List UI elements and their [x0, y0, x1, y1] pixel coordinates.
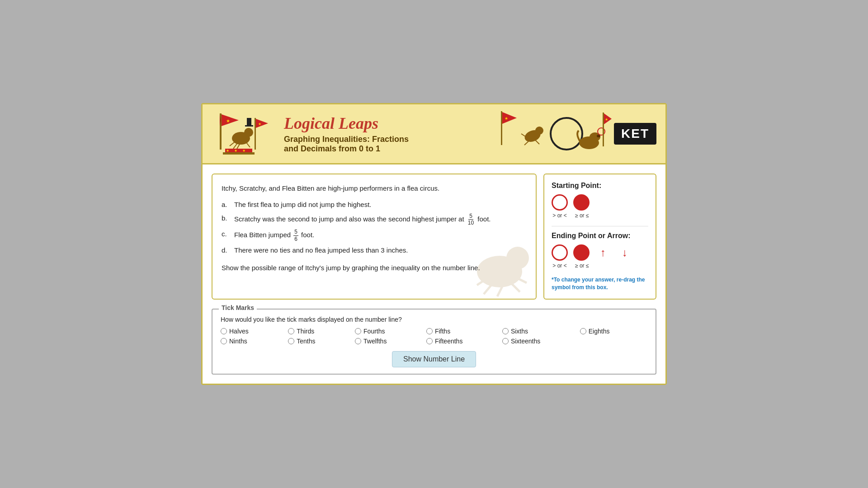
- open-circle-start[interactable]: [552, 194, 568, 211]
- svg-line-41: [509, 281, 520, 292]
- svg-rect-15: [225, 149, 252, 152]
- ending-point-symbols: ↑ ↓: [552, 244, 648, 261]
- starting-point-labels: > or < ≥ or ≤: [552, 212, 648, 219]
- svg-rect-20: [501, 111, 502, 145]
- radio-thirds[interactable]: Thirds: [288, 328, 353, 335]
- open-circle-label-end: > or <: [552, 263, 568, 269]
- instruction-text: Show the possible range of Itchy's jump …: [222, 263, 527, 273]
- fraction-5-6: 5 6: [293, 229, 298, 242]
- right-panel: Starting Point: > or < ≥ or ≤ Ending Poi…: [543, 174, 656, 300]
- svg-rect-4: [255, 118, 256, 150]
- radio-eighths[interactable]: Eighths: [580, 328, 647, 335]
- list-item: d. There were no ties and no flea jumped…: [222, 245, 527, 256]
- problem-intro: Itchy, Scratchy, and Flea Bitten are hig…: [222, 183, 527, 194]
- tick-question: How would you like the tick marks displa…: [221, 316, 647, 323]
- ending-point-labels: > or < ≥ or ≤: [552, 263, 648, 269]
- header-right-illustration: ★ ★: [496, 109, 614, 159]
- open-circle-end[interactable]: [552, 244, 568, 261]
- divider: [552, 226, 648, 226]
- starting-point-symbols: [552, 194, 648, 211]
- svg-line-27: [535, 140, 539, 144]
- app-subtitle: Graphing Inequalities: Fractions and Dec…: [284, 135, 487, 154]
- filled-circle-label-end: ≥ or ≤: [575, 263, 589, 269]
- starting-point-label: Starting Point:: [552, 182, 648, 190]
- app-title: Logical Leaps: [284, 114, 487, 133]
- radio-sixths[interactable]: Sixths: [502, 328, 578, 335]
- open-circle-label-start: > or <: [552, 212, 568, 219]
- svg-text:★: ★: [242, 149, 245, 153]
- svg-text:★: ★: [234, 149, 237, 153]
- ending-point-label: Ending Point or Arrow:: [552, 232, 648, 240]
- content-area: Itchy, Scratchy, and Flea Bitten are hig…: [203, 164, 665, 309]
- svg-text:★: ★: [505, 116, 508, 121]
- svg-rect-10: [247, 118, 251, 126]
- radio-tenths[interactable]: Tenths: [288, 338, 353, 345]
- svg-line-39: [484, 281, 495, 294]
- left-panel: Itchy, Scratchy, and Flea Bitten are hig…: [212, 174, 537, 300]
- svg-line-40: [497, 283, 504, 296]
- problem-list: a. The first flea to jump did not jump t…: [222, 199, 527, 256]
- radio-fifths[interactable]: Fifths: [426, 328, 500, 335]
- show-number-line-button[interactable]: Show Number Line: [392, 351, 476, 367]
- fraction-5-10: 5 10: [467, 213, 475, 226]
- svg-line-42: [513, 276, 527, 283]
- filled-circle-start[interactable]: [573, 194, 590, 211]
- svg-text:★: ★: [226, 149, 229, 153]
- radio-ninths[interactable]: Ninths: [221, 338, 286, 345]
- svg-point-8: [244, 128, 253, 137]
- radio-halves[interactable]: Halves: [221, 328, 286, 335]
- svg-text:★: ★: [226, 118, 230, 123]
- radio-grid: Halves Thirds Fourths Fifths Sixths: [221, 328, 647, 345]
- svg-rect-33: [603, 113, 604, 146]
- svg-text:★: ★: [605, 117, 608, 122]
- tick-marks-box: Tick Marks How would you like the tick m…: [212, 309, 656, 375]
- radio-fifteenths[interactable]: Fifteenths: [426, 338, 500, 345]
- filled-circle-label-start: ≥ or ≤: [575, 212, 589, 219]
- list-item: a. The first flea to jump did not jump t…: [222, 199, 527, 210]
- ket-logo: KET: [614, 123, 656, 145]
- radio-twelfths[interactable]: Twelfths: [355, 338, 425, 345]
- list-item: c. Flea Bitten jumped 5 6 foot.: [222, 229, 527, 242]
- ending-point-section: Ending Point or Arrow: ↑ ↓ > or < ≥ or ≤: [552, 232, 648, 269]
- header-title: Logical Leaps Graphing Inequalities: Fra…: [275, 114, 496, 154]
- starting-point-section: Starting Point: > or < ≥ or ≤: [552, 182, 648, 219]
- bottom-section: Tick Marks How would you like the tick m…: [203, 309, 665, 384]
- list-item: b. Scratchy was the second to jump and a…: [222, 213, 527, 226]
- arrow-up-symbol[interactable]: ↑: [595, 244, 611, 261]
- filled-circle-end[interactable]: [573, 244, 590, 261]
- arrow-down-symbol[interactable]: ↓: [617, 244, 633, 261]
- svg-point-24: [535, 127, 543, 135]
- header-left-illustration: ★ ★ ★: [212, 109, 275, 159]
- svg-marker-1: [222, 114, 239, 126]
- tick-marks-legend: Tick Marks: [219, 304, 257, 311]
- main-container: ★ ★ ★: [201, 103, 667, 385]
- svg-line-38: [477, 276, 491, 285]
- change-note: *To change your answer, re-drag the symb…: [552, 276, 648, 291]
- radio-sixteenths[interactable]: Sixteenths: [502, 338, 578, 345]
- radio-fourths[interactable]: Fourths: [355, 328, 425, 335]
- header: ★ ★ ★: [203, 104, 665, 164]
- svg-text:★: ★: [258, 122, 261, 126]
